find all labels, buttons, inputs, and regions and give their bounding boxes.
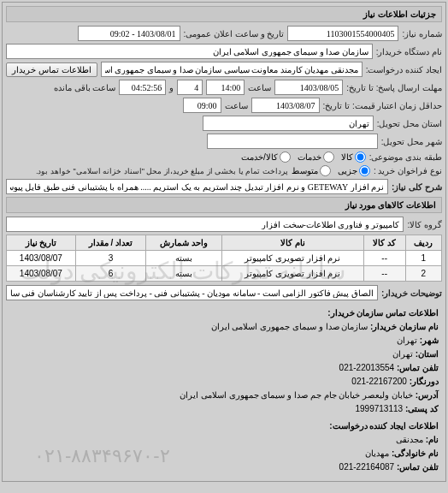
end-time-input[interactable] bbox=[183, 98, 221, 113]
desc-input[interactable] bbox=[6, 285, 378, 300]
goods-section-title: اطلاعات کالاهای مورد نیاز bbox=[6, 197, 442, 213]
group-input[interactable] bbox=[6, 217, 404, 232]
cell-unit: بسته bbox=[146, 266, 222, 282]
c-province: تهران bbox=[392, 349, 413, 359]
cell-date: 1403/08/07 bbox=[7, 266, 76, 282]
category-label: طبقه بندی موضوعی: bbox=[369, 152, 442, 162]
cat-both-radio[interactable] bbox=[280, 151, 291, 163]
pt-medium-radio[interactable] bbox=[320, 165, 331, 176]
time-label-2: ساعت bbox=[225, 101, 248, 110]
announce-input[interactable] bbox=[78, 26, 180, 41]
th-date: تاریخ نیاز bbox=[7, 235, 76, 251]
request-no-label: شماره نیاز: bbox=[402, 29, 442, 39]
c-postal-label: کد پستی: bbox=[405, 404, 439, 413]
price-type-radio-group: جزیی متوسط bbox=[292, 165, 370, 176]
cell-qty: 3 bbox=[75, 251, 145, 266]
c-fax: 22167200-021 bbox=[351, 377, 407, 386]
remain-time-input[interactable] bbox=[119, 80, 166, 95]
start-date-input[interactable] bbox=[274, 80, 343, 95]
cell-name: نرم افزار تصویری کامپیوتر bbox=[221, 266, 363, 282]
cat-kala-label: کالا bbox=[341, 152, 353, 162]
category-radio-group: کالا خدمات کالا/خدمت bbox=[241, 151, 366, 163]
buyer-org-input[interactable] bbox=[6, 44, 373, 59]
th-name: نام کالا bbox=[221, 235, 363, 251]
end-date-input[interactable] bbox=[251, 98, 320, 113]
cell-name: نرم افزار تصویری کامپیوتر bbox=[221, 251, 363, 266]
main-header: جزئیات اطلاعات نیاز bbox=[6, 6, 442, 22]
c-name-label: نام: bbox=[426, 435, 439, 444]
pt-partial-label: جزیی bbox=[338, 166, 357, 175]
contact-section-title: اطلاعات تماس سازمان خریدار: bbox=[9, 306, 439, 320]
th-unit: واحد شمارش bbox=[146, 235, 222, 251]
cat-khadamat-label: خدمات bbox=[298, 152, 321, 162]
cell-date: 1403/08/07 bbox=[7, 251, 76, 266]
c-province-label: استان: bbox=[416, 349, 439, 359]
province-label: استان محل تحویل: bbox=[377, 119, 442, 128]
cat-kala-radio[interactable] bbox=[355, 151, 366, 163]
pt-note: پرداخت تمام یا بخشی از مبلغ خرید،از محل … bbox=[36, 167, 288, 175]
table-row: 2 -- نرم افزار تصویری کامپیوتر بسته 6 14… bbox=[7, 266, 442, 282]
table-row: 1 -- نرم افزار تصویری کامپیوتر بسته 3 14… bbox=[7, 251, 442, 266]
cell-row: 2 bbox=[405, 266, 441, 282]
and-label: و bbox=[169, 83, 174, 92]
th-row: ردیف bbox=[405, 235, 441, 251]
pt-medium-label: متوسط bbox=[292, 166, 318, 175]
request-no-input[interactable] bbox=[287, 26, 398, 41]
c-address-label: آدرس: bbox=[416, 390, 439, 400]
c-postal: 1999713113 bbox=[355, 404, 403, 413]
start-time-input[interactable] bbox=[206, 80, 245, 95]
c-name: مجدنقی bbox=[396, 435, 423, 444]
c-address: خیابان ولیعصر خیابان جام جم صدا و سیمای … bbox=[180, 390, 413, 400]
cell-unit: بسته bbox=[146, 251, 222, 266]
start-deadline-label: مهلت ارسال پاسخ: تا تاریخ: bbox=[346, 83, 442, 92]
c-family: مهدیان bbox=[365, 448, 389, 458]
announce-label: تاریخ و ساعت اعلان عمومی: bbox=[184, 29, 285, 39]
bottom-number: ۰۲۱-۸۸۳۴۹۶۷۰-۲ bbox=[34, 445, 170, 467]
cell-code: -- bbox=[363, 251, 405, 266]
creator-section-title: اطلاعات ایجاد کننده درخواست: bbox=[9, 419, 439, 433]
c-family-label: نام خانوادگی: bbox=[392, 448, 439, 458]
c-org: سازمان صدا و سیمای جمهوری اسلامی ایران bbox=[211, 322, 368, 331]
cat-both-label: کالا/خدمت bbox=[241, 152, 278, 162]
th-qty: تعداد / مقدار bbox=[75, 235, 145, 251]
creator-label: ایجاد کننده درخواست: bbox=[366, 65, 442, 74]
pt-partial-radio[interactable] bbox=[359, 165, 370, 176]
c-tel: 22013554-021 bbox=[339, 363, 395, 372]
city-label: شهر محل تحویل: bbox=[381, 137, 442, 146]
remain-days-input[interactable] bbox=[177, 80, 203, 95]
cell-code: -- bbox=[363, 266, 405, 282]
time-label-1: ساعت bbox=[248, 83, 271, 92]
c-tel-label: تلفن تماس: bbox=[397, 363, 439, 372]
creator-input[interactable] bbox=[101, 62, 363, 77]
key-input[interactable] bbox=[6, 179, 388, 194]
key-label: شرح کلی نیاز: bbox=[392, 182, 442, 192]
contact-button[interactable]: اطلاعات تماس خریدار bbox=[6, 62, 97, 77]
end-deadline-label: حداقل زمان اعتبار قیمت: تا تاریخ: bbox=[323, 101, 442, 110]
group-label: گروه کالا: bbox=[407, 220, 442, 229]
c-org-label: نام سازمان خریدار: bbox=[370, 322, 439, 331]
price-type-label: نوع فراخوان خرید : bbox=[374, 166, 442, 175]
c-ctel: 22164087-021 bbox=[339, 462, 395, 472]
cat-khadamat-radio[interactable] bbox=[323, 151, 334, 163]
th-code: کد کالا bbox=[363, 235, 405, 251]
cell-qty: 6 bbox=[75, 266, 145, 282]
c-city-label: شهر: bbox=[420, 336, 439, 345]
c-ctel-label: تلفن تماس: bbox=[397, 462, 439, 472]
c-fax-label: دورنگار: bbox=[410, 377, 439, 386]
c-city: تهران bbox=[397, 336, 417, 345]
province-input[interactable] bbox=[203, 116, 374, 131]
buyer-org-label: نام دستگاه خریدار: bbox=[376, 47, 442, 56]
cell-row: 1 bbox=[405, 251, 441, 266]
remain-suffix: ساعت باقی مانده bbox=[54, 83, 116, 92]
city-input[interactable] bbox=[207, 134, 378, 149]
goods-table: ردیف کد کالا نام کالا واحد شمارش تعداد /… bbox=[6, 235, 442, 282]
desc-label: توضیحات خریدار: bbox=[381, 288, 442, 298]
